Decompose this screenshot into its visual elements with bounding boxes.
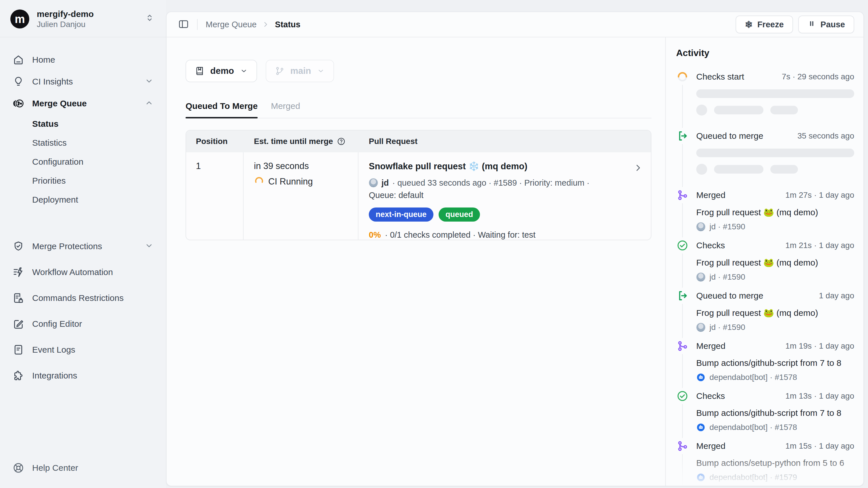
- breadcrumb-merge-queue[interactable]: Merge Queue: [206, 20, 256, 29]
- mergify-logo: m: [10, 9, 29, 28]
- sidebar-item-event-logs[interactable]: Event Logs: [0, 337, 166, 363]
- activity-item[interactable]: Merged 1m 27s · 1 day ago Frog pull requ…: [676, 188, 854, 232]
- row-est-time: in 39 seconds CI Running: [244, 152, 359, 240]
- document-lock-icon: [13, 292, 24, 304]
- pause-icon: [807, 19, 816, 30]
- activity-pr-title: Frog pull request 🐸 (mq demo): [696, 207, 854, 217]
- shield-check-icon: [13, 240, 24, 252]
- org-name: mergify-demo: [37, 9, 94, 20]
- skeleton-bar: [696, 89, 854, 98]
- sidebar-item-ci-insights[interactable]: CI Insights: [0, 71, 166, 92]
- sidebar-item-priorities[interactable]: Priorities: [0, 171, 166, 190]
- skeleton-bar: [770, 165, 798, 174]
- help-circle-icon[interactable]: [337, 137, 345, 146]
- sidebar-item-commands-restrictions[interactable]: Commands Restrictions: [0, 285, 166, 311]
- column-est-time: Est. time until merge: [244, 137, 359, 146]
- sidebar-item-label: Merge Queue: [32, 98, 87, 108]
- activity-timeline: Checks start 7s · 29 seconds ago Queued …: [676, 70, 854, 486]
- sidebar-item-label: CI Insights: [32, 77, 73, 87]
- dependabot-icon: [696, 373, 706, 382]
- sidebar-item-statistics[interactable]: Statistics: [0, 133, 166, 152]
- activity-label: Checks: [696, 240, 725, 250]
- chevron-down-icon: [240, 67, 248, 75]
- pr-author: jd: [381, 177, 389, 189]
- git-merge-icon: [676, 189, 689, 201]
- chevron-up-down-icon: [145, 13, 155, 24]
- activity-panel: Activity Checks start 7s · 29 seconds ag…: [665, 37, 863, 486]
- activity-time: 1 day ago: [819, 291, 854, 300]
- activity-time: 1m 15s · 1 day ago: [785, 441, 854, 451]
- branch-select[interactable]: main: [266, 60, 334, 82]
- sidebar-item-label: Configuration: [32, 157, 83, 167]
- sidebar-item-home[interactable]: Home: [0, 49, 166, 71]
- sidebar-item-label: Home: [32, 55, 55, 65]
- queue-row[interactable]: 1 in 39 seconds CI Running Snowflake pul…: [186, 152, 651, 240]
- dependabot-icon: [696, 423, 706, 432]
- activity-pr-title: Frog pull request 🐸 (mq demo): [696, 308, 854, 318]
- chevron-right-icon: [262, 21, 270, 28]
- sidebar-item-label: Deployment: [32, 195, 78, 205]
- tab-merged[interactable]: Merged: [271, 101, 300, 118]
- document-lines-icon: [13, 344, 24, 355]
- skeleton-bar: [714, 165, 764, 174]
- queue-tabs: Queued To Merge Merged: [186, 101, 651, 118]
- queued-to-merge-icon: [676, 130, 689, 142]
- activity-pr-title: Bump actions/setup-python from 5 to 6: [696, 458, 854, 468]
- sidebar-item-integrations[interactable]: Integrations: [0, 363, 166, 389]
- divider: [197, 19, 197, 30]
- sidebar-item-merge-queue[interactable]: Merge Queue: [0, 92, 166, 114]
- lightbulb-icon: [13, 76, 24, 87]
- git-merge-icon: [676, 340, 689, 352]
- chevron-right-icon[interactable]: [633, 163, 643, 174]
- sidebar-item-configuration[interactable]: Configuration: [0, 152, 166, 171]
- sidebar-item-merge-protections[interactable]: Merge Protections: [0, 233, 166, 259]
- repository-icon: [195, 66, 205, 76]
- sidebar-item-label: Status: [32, 119, 59, 129]
- skeleton-bar: [770, 106, 798, 114]
- activity-item[interactable]: Checks 1m 21s · 1 day ago Frog pull requ…: [676, 238, 854, 283]
- table-header: Position Est. time until merge Pull Requ…: [186, 131, 651, 152]
- activity-item[interactable]: Queued to merge 1 day ago Frog pull requ…: [676, 289, 854, 333]
- activity-item[interactable]: Checks 1m 13s · 1 day ago Bump actions/g…: [676, 389, 854, 433]
- panel-left-icon: [178, 19, 189, 30]
- branch-value: main: [290, 66, 311, 76]
- puzzle-icon: [13, 370, 24, 381]
- sidebar-item-deployment[interactable]: Deployment: [0, 190, 166, 209]
- freeze-button[interactable]: ❄ Freeze: [736, 16, 793, 33]
- sidebar-toggle-button[interactable]: [178, 19, 189, 30]
- sidebar-item-workflow-automation[interactable]: Workflow Automation: [0, 259, 166, 285]
- app-root: m mergify-demo Julien Danjou Home CI Ins…: [0, 0, 868, 488]
- check-circle-icon: [676, 390, 689, 402]
- activity-label: Queued to merge: [696, 291, 763, 300]
- merge-queue-subnav: Status Statistics Configuration Prioriti…: [0, 114, 166, 209]
- activity-item[interactable]: Merged 1m 19s · 1 day ago Bump actions/g…: [676, 339, 854, 383]
- activity-label: Checks: [696, 391, 725, 401]
- sidebar-item-help-center[interactable]: Help Center: [0, 458, 166, 478]
- activity-label: Merged: [696, 190, 725, 200]
- activity-item[interactable]: Merged 1m 15s · 1 day ago Bump actions/s…: [676, 439, 854, 483]
- sidebar-item-label: Event Logs: [32, 345, 75, 355]
- activity-item[interactable]: Queued to merge 35 seconds ago: [676, 129, 854, 182]
- git-branch-icon: [275, 66, 285, 76]
- sidebar-item-label: Statistics: [32, 138, 67, 148]
- activity-label: Checks start: [696, 72, 744, 82]
- topbar-actions: ❄ Freeze Pause: [736, 16, 854, 33]
- sidebar-item-status[interactable]: Status: [0, 114, 166, 133]
- checks-progress-text: · 0/1 checks completed · Waiting for: te…: [385, 230, 535, 240]
- pencil-square-icon: [13, 318, 24, 329]
- pause-button[interactable]: Pause: [798, 16, 854, 33]
- snowflake-icon: ❄: [745, 20, 753, 29]
- pause-button-label: Pause: [820, 20, 845, 29]
- org-switcher[interactable]: m mergify-demo Julien Danjou: [0, 0, 166, 37]
- org-owner: Julien Danjou: [37, 20, 94, 29]
- activity-item[interactable]: Checks start 7s · 29 seconds ago: [676, 70, 854, 123]
- pr-meta-text: · queued 33 seconds ago · #1589 · Priori…: [392, 177, 590, 189]
- tab-queued-to-merge[interactable]: Queued To Merge: [186, 101, 258, 118]
- sidebar-item-label: Commands Restrictions: [32, 293, 124, 303]
- topbar: Merge Queue Status ❄ Freeze Pause: [166, 12, 863, 37]
- sidebar-item-config-editor[interactable]: Config Editor: [0, 311, 166, 337]
- sidebar-item-label: Config Editor: [32, 319, 82, 329]
- repository-select[interactable]: demo: [186, 60, 257, 82]
- pr-title: Snowflake pull request ❄️ (mq demo): [369, 161, 616, 172]
- chevron-down-icon: [317, 67, 325, 75]
